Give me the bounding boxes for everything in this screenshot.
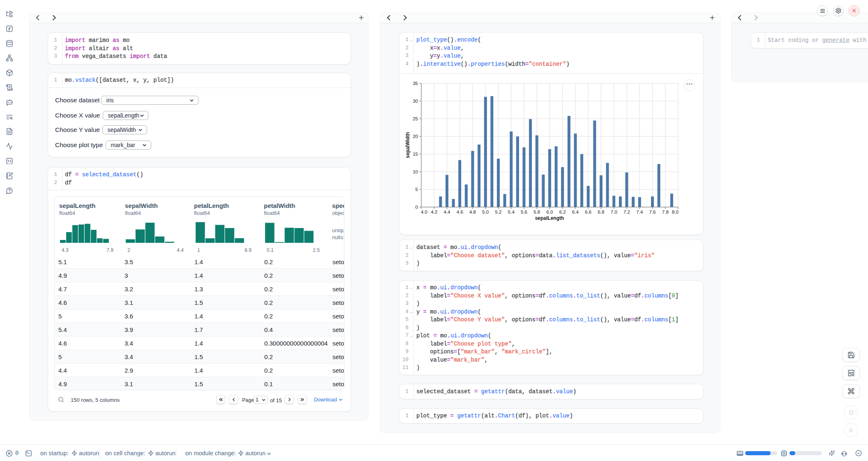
svg-text:8.0: 8.0: [672, 210, 679, 214]
svg-text:7.4: 7.4: [636, 210, 643, 214]
svg-text:5.6: 5.6: [521, 210, 527, 214]
svg-text:5.2: 5.2: [495, 210, 502, 214]
svg-text:6.6: 6.6: [585, 210, 591, 214]
svg-text:20: 20: [413, 134, 418, 139]
svg-text:6.2: 6.2: [559, 210, 566, 214]
svg-text:6.0: 6.0: [547, 210, 553, 214]
svg-text:25: 25: [413, 116, 418, 121]
svg-text:6.4: 6.4: [572, 210, 579, 214]
svg-text:0: 0: [416, 205, 418, 210]
svg-text:sepalWidth: sepalWidth: [405, 132, 411, 158]
svg-text:sepalLength: sepalLength: [535, 215, 564, 221]
svg-text:7.0: 7.0: [611, 210, 617, 214]
svg-text:4.0: 4.0: [421, 210, 427, 214]
svg-text:30: 30: [413, 99, 418, 104]
svg-text:15: 15: [413, 152, 418, 157]
svg-text:4.2: 4.2: [431, 210, 437, 214]
svg-text:5.8: 5.8: [533, 210, 540, 214]
svg-text:7.8: 7.8: [662, 210, 669, 214]
svg-text:6.8: 6.8: [598, 210, 605, 214]
svg-text:10: 10: [413, 169, 418, 174]
svg-text:4.8: 4.8: [469, 210, 476, 214]
svg-text:5.4: 5.4: [508, 210, 515, 214]
svg-text:5.0: 5.0: [482, 210, 489, 214]
svg-text:35: 35: [413, 81, 418, 86]
svg-text:7.2: 7.2: [623, 210, 630, 214]
svg-text:4.6: 4.6: [457, 210, 463, 214]
svg-text:4.4: 4.4: [444, 210, 451, 214]
svg-text:7.6: 7.6: [649, 210, 656, 214]
svg-text:5: 5: [416, 187, 418, 192]
